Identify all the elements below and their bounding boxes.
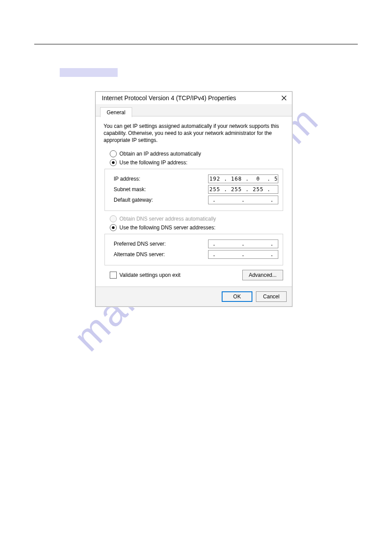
ip-address-label: IP address:	[109, 176, 208, 182]
horizontal-rule	[34, 44, 358, 44]
ok-button[interactable]: OK	[222, 291, 252, 302]
figure-label-highlight	[60, 68, 118, 77]
dialog-title: Internet Protocol Version 4 (TCP/IPv4) P…	[102, 94, 236, 102]
preferred-dns-input[interactable]	[208, 239, 278, 248]
radio-obtain-ip-auto-label: Obtain an IP address automatically	[119, 151, 201, 157]
dialog-body: You can get IP settings assigned automat…	[96, 116, 292, 287]
ipv4-properties-dialog: Internet Protocol Version 4 (TCP/IPv4) P…	[95, 91, 292, 307]
tab-general[interactable]: General	[100, 107, 132, 117]
tabstrip: General	[96, 104, 292, 116]
radio-use-dns-manual-label: Use the following DNS server addresses:	[119, 225, 216, 231]
description-text: You can get IP settings assigned automat…	[104, 123, 284, 144]
ip-address-input[interactable]	[208, 174, 278, 183]
dns-fieldset: Preferred DNS server: Alternate DNS serv…	[104, 234, 283, 265]
ip-fieldset: IP address: Subnet mask: Default gateway…	[104, 169, 283, 211]
dns-group: Obtain DNS server address automatically …	[110, 215, 284, 231]
dialog-titlebar: Internet Protocol Version 4 (TCP/IPv4) P…	[96, 92, 292, 104]
subnet-mask-label: Subnet mask:	[109, 186, 208, 192]
dialog-footer: OK Cancel	[96, 287, 292, 306]
default-gateway-label: Default gateway:	[109, 197, 208, 203]
validate-checkbox[interactable]	[110, 272, 117, 279]
preferred-dns-label: Preferred DNS server:	[109, 241, 208, 247]
alternate-dns-label: Alternate DNS server:	[109, 251, 208, 258]
radio-obtain-dns-auto-label: Obtain DNS server address automatically	[119, 216, 216, 222]
radio-use-ip-manual-label: Use the following IP address:	[119, 160, 187, 166]
ip-address-group: Obtain an IP address automatically Use t…	[110, 150, 284, 166]
validate-checkbox-row: Validate settings upon exit	[110, 272, 180, 279]
subnet-mask-input[interactable]	[208, 185, 278, 194]
default-gateway-input[interactable]	[208, 196, 278, 204]
radio-obtain-dns-auto	[110, 215, 117, 222]
validate-checkbox-label: Validate settings upon exit	[119, 272, 180, 278]
radio-use-dns-manual[interactable]	[110, 224, 117, 231]
bottom-row: Validate settings upon exit Advanced...	[110, 270, 283, 280]
advanced-button[interactable]: Advanced...	[242, 270, 283, 280]
cancel-button[interactable]: Cancel	[256, 291, 287, 302]
radio-obtain-ip-auto[interactable]	[110, 150, 117, 157]
radio-use-ip-manual[interactable]	[110, 159, 117, 166]
alternate-dns-input[interactable]	[208, 250, 278, 259]
close-icon[interactable]	[281, 94, 288, 102]
